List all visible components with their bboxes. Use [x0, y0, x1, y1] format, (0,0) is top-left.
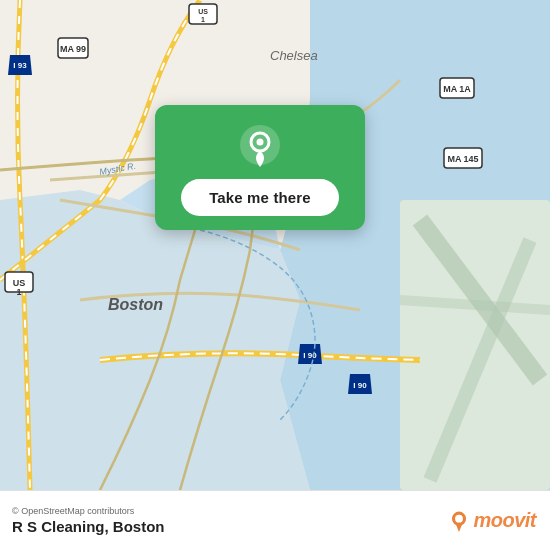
place-name: R S Cleaning, Boston [12, 518, 165, 535]
bottom-bar: © OpenStreetMap contributors R S Cleanin… [0, 490, 550, 550]
svg-text:MA 1A: MA 1A [443, 84, 471, 94]
svg-text:I 90: I 90 [303, 351, 317, 360]
svg-text:I 93: I 93 [13, 61, 27, 70]
osm-attribution: © OpenStreetMap contributors [12, 506, 165, 516]
svg-text:US: US [198, 8, 208, 15]
svg-text:Chelsea: Chelsea [270, 48, 318, 63]
location-pin-icon [238, 123, 282, 167]
svg-text:I 90: I 90 [353, 381, 367, 390]
svg-point-31 [257, 139, 264, 146]
svg-text:1: 1 [201, 16, 205, 23]
place-city-separator: , [105, 518, 113, 535]
svg-marker-34 [456, 524, 462, 532]
svg-text:MA 145: MA 145 [447, 154, 478, 164]
map-svg: US 1 I 93 MA 99 US 1 MA 1A MA 145 I 90 I… [0, 0, 550, 490]
svg-text:1: 1 [16, 287, 21, 297]
place-info: © OpenStreetMap contributors R S Cleanin… [12, 506, 165, 535]
svg-point-33 [456, 514, 464, 522]
moovit-logo: moovit [448, 509, 536, 532]
take-me-there-button[interactable]: Take me there [181, 179, 339, 216]
moovit-pin-icon [448, 510, 470, 532]
moovit-logo-text: moovit [473, 509, 536, 532]
svg-text:Boston: Boston [108, 296, 163, 313]
map-view: US 1 I 93 MA 99 US 1 MA 1A MA 145 I 90 I… [0, 0, 550, 490]
location-popup: Take me there [155, 105, 365, 230]
svg-text:MA 99: MA 99 [60, 44, 86, 54]
